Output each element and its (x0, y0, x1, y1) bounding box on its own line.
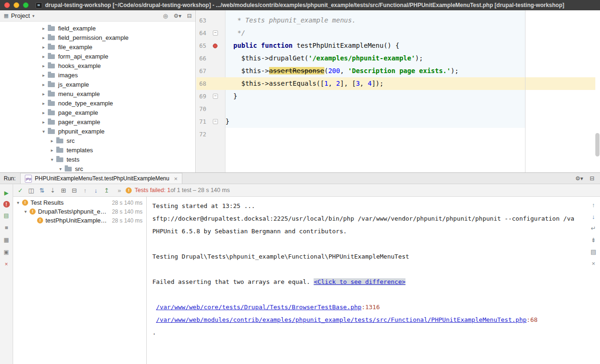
tree-item-tests[interactable]: ▾tests (0, 155, 195, 164)
scroll-to-end-icon[interactable]: ⇟ (591, 237, 596, 244)
fold-icon[interactable]: − (213, 119, 218, 124)
collapse-all-icon[interactable]: ⊟ (69, 187, 80, 194)
chevron-right-icon[interactable]: ▸ (40, 54, 47, 59)
scrollbar-thumb[interactable] (595, 133, 600, 156)
editor-line-66[interactable]: 66 $this->drupalGet('/examples/phpunit-e… (196, 52, 595, 65)
editor-line-63[interactable]: 63 * Tests phpunit_example menus. (196, 14, 595, 27)
minimize-window-button[interactable] (14, 2, 19, 8)
console-file-link[interactable]: /var/www/web/core/tests/Drupal/Tests/Bro… (156, 304, 361, 311)
tree-item-field_permission_example[interactable]: ▸field_permission_example (0, 33, 195, 42)
settings-gear-icon[interactable]: ⚙▾ (173, 13, 181, 19)
chevron-right-icon[interactable]: ▸ (40, 63, 47, 68)
print-icon[interactable]: ▤ (591, 248, 596, 255)
line-number: 71 (196, 115, 210, 128)
sort-by-duration-icon[interactable]: ⇣ (47, 187, 58, 194)
see-difference-link[interactable]: <Click to see difference> (314, 278, 405, 285)
rerun-tests-icon[interactable]: ▶ (2, 189, 11, 197)
next-failed-test-icon[interactable]: ↓ (90, 187, 101, 194)
soft-wrap-icon[interactable]: ↵ (591, 225, 596, 232)
tree-item-src[interactable]: ▸src (0, 136, 195, 145)
fold-icon[interactable]: − (213, 30, 218, 36)
tree-item-hooks_example[interactable]: ▸hooks_example (0, 61, 195, 70)
chevron-down-icon[interactable]: ▾ (40, 129, 47, 134)
test-tree-item[interactable]: !testPhpUnitExampleMenu28 s 140 ms (13, 216, 146, 225)
next-stacktrace-icon[interactable]: ↓ (592, 213, 595, 220)
console-line: PHPUnit 6.5.8 by Sebastian Bergmann and … (152, 225, 586, 238)
chevron-right-icon[interactable]: ▸ (40, 91, 47, 97)
editor-line-69[interactable]: 69− } (196, 90, 595, 103)
zoom-window-button[interactable] (23, 2, 29, 8)
locate-file-icon[interactable]: ◎ (163, 13, 168, 19)
chevron-down-icon[interactable]: ▾ (57, 166, 64, 171)
stop-icon[interactable]: ■ (2, 223, 11, 232)
tree-item-field_example[interactable]: ▸field_example (0, 23, 195, 33)
chevron-right-icon[interactable]: ▸ (40, 45, 47, 50)
editor-line-70[interactable]: 70 (196, 103, 595, 115)
clear-all-icon[interactable]: × (592, 260, 595, 267)
test-tree-item[interactable]: ▾!Test Results28 s 140 ms (13, 198, 146, 207)
chevron-right-icon[interactable]: ▸ (49, 138, 55, 143)
previous-failed-test-icon[interactable]: ↑ (80, 187, 90, 194)
export-test-results-icon[interactable]: ↥ (101, 187, 112, 194)
tree-item-page_example[interactable]: ▸page_example (0, 108, 195, 117)
settings-gear-icon[interactable]: ⚙▾ (575, 175, 583, 182)
line-number: 72 (196, 128, 210, 141)
tree-item-src[interactable]: ▾src (0, 164, 195, 172)
editor-line-72[interactable]: 72 (196, 128, 595, 141)
rerun-failed-tests-icon[interactable]: ! (3, 201, 10, 208)
chevron-right-icon[interactable]: ▸ (40, 110, 47, 115)
chevron-down-icon[interactable]: ▾ (22, 209, 29, 214)
chevron-right-icon[interactable]: ▸ (40, 35, 47, 40)
chevron-right-icon[interactable]: ▸ (40, 26, 47, 31)
console-file-link[interactable]: /var/www/web/modules/contrib/examples/ph… (156, 316, 527, 323)
chevron-right-icon[interactable]: ▸ (40, 101, 47, 106)
chevron-right-icon[interactable]: ▸ (40, 119, 47, 125)
tree-item-images[interactable]: ▸images (0, 70, 195, 80)
close-tab-icon[interactable]: × (174, 175, 178, 182)
tree-item-menu_example[interactable]: ▸menu_example (0, 89, 195, 98)
chevron-right-icon[interactable]: ▸ (40, 82, 47, 87)
chevron-down-icon[interactable]: ▾ (15, 200, 21, 205)
test-tree-item[interactable]: ▾!Drupal\Tests\phpunit_example\Functiona… (13, 207, 146, 216)
expand-all-icon[interactable]: ⊞ (58, 187, 69, 194)
tree-item-form_api_example[interactable]: ▸form_api_example (0, 52, 195, 61)
project-panel-title[interactable]: Project (11, 12, 30, 19)
tree-item-pager_example[interactable]: ▸pager_example (0, 117, 195, 126)
dump-threads-icon[interactable]: ▦ (2, 236, 11, 244)
toolbar-overflow-icon[interactable]: » (118, 187, 121, 194)
chevron-down-icon[interactable]: ▾ (32, 14, 35, 18)
hide-panel-icon[interactable]: ⊟ (590, 175, 594, 182)
test-console[interactable]: Testing started at 13:25 ...sftp://docke… (147, 197, 600, 364)
restore-layout-icon[interactable]: ▣ (2, 248, 11, 256)
hide-panel-icon[interactable]: ⊟ (187, 13, 192, 19)
tree-item-templates[interactable]: ▸templates (0, 145, 195, 155)
tree-item-phpunit_example[interactable]: ▾phpunit_example (0, 126, 195, 136)
editor-line-71[interactable]: 71−} (196, 115, 595, 128)
editor-line-64[interactable]: 64− */ (196, 27, 595, 39)
code-line-text: } (225, 115, 595, 128)
chevron-right-icon[interactable]: ▸ (40, 73, 47, 78)
prev-stacktrace-icon[interactable]: ↑ (592, 201, 595, 208)
editor-line-68[interactable]: 68 $this->assertEquals([1, 2], [3, 4]); (196, 77, 595, 90)
show-ignored-icon[interactable]: ◫ (26, 187, 37, 194)
close-icon[interactable]: × (2, 260, 11, 268)
code-editor[interactable]: 63 * Tests phpunit_example menus.64− */6… (196, 10, 600, 172)
tree-item-file_example[interactable]: ▸file_example (0, 42, 195, 52)
tree-item-node_type_example[interactable]: ▸node_type_example (0, 98, 195, 108)
run-tab[interactable]: php PHPUnitExampleMenuTest.testPhpUnitEx… (20, 173, 182, 184)
console-text: Testing started at 13:25 ... (152, 202, 255, 209)
project-tool-window-icon[interactable]: ▦ (4, 13, 8, 19)
test-history-icon[interactable]: ▤ (2, 211, 11, 220)
code-line-text: } (225, 90, 595, 103)
chevron-right-icon[interactable]: ▸ (49, 148, 55, 153)
chevron-down-icon[interactable]: ▾ (49, 157, 55, 162)
code-token: , (340, 67, 348, 74)
close-window-button[interactable] (4, 2, 10, 8)
editor-line-65[interactable]: 65 public function testPhpUnitExampleMen… (196, 39, 595, 52)
editor-line-67[interactable]: 67 $this->assertResponse(200, 'Descripti… (196, 65, 595, 77)
fold-icon[interactable]: − (213, 94, 218, 99)
test-failed-icon[interactable] (213, 44, 218, 48)
sort-alphabetically-icon[interactable]: ⇅ (37, 187, 47, 194)
tree-item-js_example[interactable]: ▸js_example (0, 80, 195, 89)
show-passed-icon[interactable]: ✓ (15, 187, 26, 194)
